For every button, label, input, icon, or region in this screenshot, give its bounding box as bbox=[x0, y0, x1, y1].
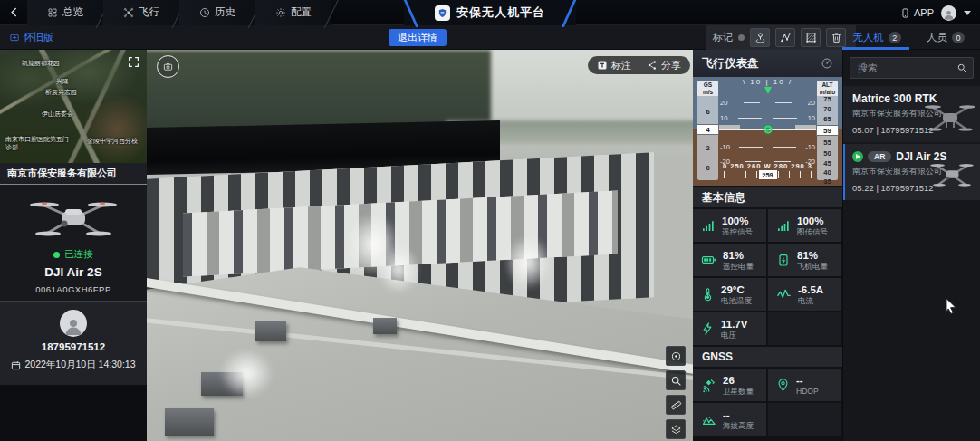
steam-plume bbox=[219, 349, 274, 398]
nav-tab-label: 配置 bbox=[291, 5, 312, 19]
pilot-avatar bbox=[60, 310, 87, 337]
map-expand-button[interactable] bbox=[128, 56, 139, 68]
nav-tab-overview[interactable]: 总览 bbox=[27, 0, 103, 25]
user-avatar[interactable] bbox=[941, 5, 956, 21]
alt-tick: 75 bbox=[817, 95, 838, 103]
secondary-toolbar: 怀旧版 退出详情 标记 无人机 2 人员 0 bbox=[0, 25, 980, 50]
map-label: 金陵中学河西分校 bbox=[87, 137, 141, 145]
pilot-phone: 18795971512 bbox=[42, 341, 105, 352]
mountain-icon bbox=[701, 412, 716, 427]
fleet-tabs: 无人机 2 人员 0 bbox=[842, 25, 980, 50]
camera-icon bbox=[163, 61, 173, 72]
nav-tab-label: 飞行 bbox=[139, 5, 159, 19]
gnss-grid: 26卫星数量 --HDOP --海拔高度 bbox=[693, 367, 842, 436]
gnss-header: GNSS bbox=[693, 345, 842, 367]
mark-toggle[interactable] bbox=[738, 34, 745, 41]
alt-tick: 40 bbox=[817, 168, 838, 177]
pitch-line-20: 2020 bbox=[720, 99, 815, 107]
rc-signal-cell: 100%遥控信号 bbox=[693, 209, 766, 242]
header-right: APP bbox=[900, 0, 971, 25]
gear-icon bbox=[275, 7, 286, 18]
mini-map[interactable]: 凯旋丽都花园 兴隆 桥震兴宏园 伊山居委会 南京市口腔医院第五门诊部 金陵中学河… bbox=[0, 50, 147, 163]
nav-tab-label: 总览 bbox=[62, 5, 83, 19]
tab-personnel[interactable]: 人员 0 bbox=[911, 25, 980, 50]
ruler-icon bbox=[670, 399, 682, 411]
mark-tools: 标记 bbox=[706, 25, 856, 50]
groundspeed-tape: GSm/s 6 4 2 0 bbox=[697, 81, 718, 180]
current-cell: -6.5A电流 bbox=[768, 278, 841, 311]
drone-serial: 0061A0GXH6FPP bbox=[35, 284, 111, 294]
signal-bars-icon bbox=[776, 218, 791, 233]
pitch-line-minus10: -10-10 bbox=[720, 143, 815, 151]
voltage-cell: 11.7V电压 bbox=[693, 312, 766, 345]
gs-tick: 6 bbox=[697, 108, 718, 116]
layers-icon bbox=[670, 424, 682, 436]
fleet-search bbox=[850, 57, 974, 79]
app-download-button[interactable]: APP bbox=[900, 7, 934, 19]
app: 总览 飞行 历史 配置 安保无人机平台 APP bbox=[0, 0, 980, 441]
zoom-search-button[interactable] bbox=[666, 370, 686, 390]
tab-drones[interactable]: 无人机 2 bbox=[842, 25, 911, 50]
left-sidebar: 凯旋丽都花园 兴隆 桥震兴宏园 伊山居委会 南京市口腔医院第五门诊部 金陵中学河… bbox=[0, 50, 147, 441]
mark-point-button[interactable] bbox=[750, 28, 770, 47]
alt-tape-header: ALTm/ato bbox=[817, 81, 838, 96]
tab-personnel-label: 人员 bbox=[927, 31, 947, 44]
search-icon[interactable] bbox=[956, 62, 967, 73]
share-button[interactable]: 分享 bbox=[647, 59, 681, 72]
map-label: 桥震兴宏园 bbox=[45, 88, 77, 97]
platform-logo-icon bbox=[435, 5, 450, 21]
drone-image bbox=[20, 194, 127, 243]
user-menu-caret-icon[interactable] bbox=[964, 11, 971, 15]
layers-button[interactable] bbox=[666, 419, 686, 439]
nav-tab-flight[interactable]: 飞行 bbox=[103, 0, 179, 25]
switch-version-icon bbox=[9, 33, 20, 43]
measure-button[interactable] bbox=[666, 395, 686, 415]
location-pin-icon bbox=[776, 378, 790, 392]
fleet-item-matrice[interactable]: Matrice 300 RTK 南京市保安服务有限公司 05:07 | 1879… bbox=[843, 86, 980, 142]
nav-tab-config[interactable]: 配置 bbox=[255, 0, 331, 25]
aircraft-battery-icon bbox=[776, 253, 791, 267]
live-play-icon bbox=[852, 151, 863, 162]
annotate-button[interactable]: 标注 bbox=[597, 59, 631, 72]
pilot-card: 18795971512 2022年10月10日 14:30:13 bbox=[0, 302, 147, 385]
bank-pointer-icon bbox=[764, 87, 772, 94]
attitude-indicator: \ 10 | 10 / 2020 1010 -10-10 -20-20 0 25… bbox=[693, 77, 842, 186]
exit-detail-button[interactable]: 退出详情 bbox=[389, 29, 447, 46]
drone-thumbnail bbox=[922, 101, 978, 135]
share-icon bbox=[647, 60, 658, 71]
mark-polygon-button[interactable] bbox=[801, 28, 821, 47]
alt-tick: 55 bbox=[817, 139, 838, 147]
back-button[interactable] bbox=[0, 7, 27, 17]
calendar-icon bbox=[11, 360, 21, 370]
connection-status: 已连接 bbox=[53, 248, 93, 261]
basic-info-header: 基本信息 bbox=[693, 186, 842, 207]
legacy-version-link[interactable]: 怀旧版 bbox=[9, 31, 53, 44]
personnel-count-badge: 0 bbox=[952, 32, 965, 43]
gs-tape-header: GSm/s bbox=[697, 81, 718, 96]
signal-bars-icon bbox=[701, 218, 716, 233]
altitude-tape: ALTm/ato 75 70 65 59 55 50 45 40 35 bbox=[817, 81, 838, 180]
map-label: 兴隆 bbox=[56, 77, 69, 86]
dashboard-icon bbox=[47, 7, 58, 18]
pitch-line-10: 1010 bbox=[720, 114, 815, 122]
mark-polyline-button[interactable] bbox=[775, 28, 795, 47]
divider bbox=[639, 60, 639, 71]
gs-current: 4 bbox=[697, 124, 719, 135]
gauge-icon[interactable] bbox=[821, 57, 833, 70]
alt-tick: 65 bbox=[817, 115, 838, 123]
map-pin-icon bbox=[754, 32, 766, 43]
locate-target-button[interactable] bbox=[666, 346, 686, 366]
fleet-item-air2s[interactable]: AR DJI Air 2S 南京市保安服务有限公司 05:22 | 187959… bbox=[843, 144, 980, 200]
person-icon bbox=[942, 8, 956, 21]
altitude-cell: --海拔高度 bbox=[693, 403, 766, 436]
empty-cell bbox=[768, 312, 841, 345]
snapshot-button[interactable] bbox=[157, 55, 179, 78]
target-icon bbox=[670, 350, 682, 362]
nav-tab-history[interactable]: 历史 bbox=[179, 0, 255, 25]
annotate-tag-icon bbox=[597, 60, 608, 71]
search-input[interactable] bbox=[850, 62, 973, 73]
video-feed[interactable]: 标注 分享 bbox=[147, 50, 693, 441]
clock-icon bbox=[199, 7, 210, 18]
gs-tick: 0 bbox=[697, 164, 718, 172]
magnifier-icon bbox=[670, 375, 682, 387]
